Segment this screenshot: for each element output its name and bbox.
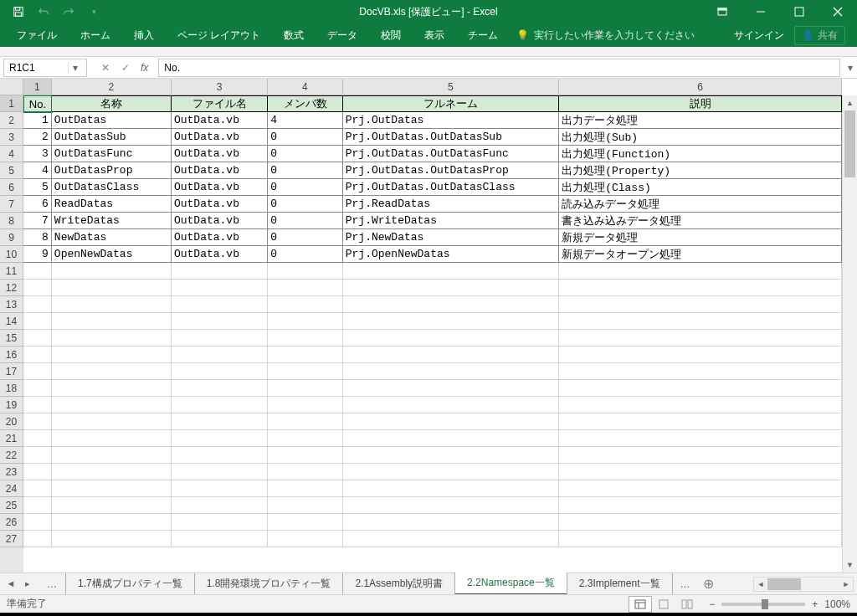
empty-cell[interactable] [559, 531, 842, 547]
column-header[interactable]: 5 [343, 79, 559, 95]
zoom-level[interactable]: 100% [824, 598, 850, 610]
zoom-out-button[interactable]: − [709, 598, 715, 610]
empty-cell[interactable] [559, 263, 842, 280]
empty-cell[interactable] [268, 346, 342, 363]
data-cell[interactable]: 0 [268, 146, 342, 162]
empty-cell[interactable] [52, 464, 172, 480]
name-box[interactable]: R1C1 ▾ [3, 59, 87, 77]
tab-review[interactable]: 校閲 [369, 23, 413, 47]
row-header[interactable]: 15 [0, 330, 23, 346]
empty-cell[interactable] [23, 313, 52, 330]
data-cell[interactable]: 新規データ処理 [559, 229, 842, 246]
empty-cell[interactable] [559, 447, 842, 464]
sheet-tab[interactable]: 1.8開発環境プロパティ一覧 [194, 573, 344, 595]
data-cell[interactable]: 1 [23, 112, 52, 129]
view-page-break-button[interactable] [675, 596, 699, 613]
data-cell[interactable]: 3 [23, 146, 52, 162]
cells-area[interactable]: No.名称ファイル名メンバ数フルネーム説明1OutDatasOutData.vb… [23, 95, 842, 572]
data-cell[interactable]: Prj.OutDatas.OutDatasSub [343, 129, 559, 146]
empty-cell[interactable] [52, 263, 172, 280]
empty-cell[interactable] [23, 296, 52, 313]
empty-cell[interactable] [343, 497, 559, 514]
empty-cell[interactable] [268, 330, 342, 346]
empty-cell[interactable] [343, 514, 559, 531]
tab-page-layout[interactable]: ページ レイアウト [166, 23, 272, 47]
row-header[interactable]: 10 [0, 246, 23, 263]
empty-cell[interactable] [343, 280, 559, 296]
empty-cell[interactable] [52, 363, 172, 380]
row-header[interactable]: 9 [0, 229, 23, 246]
empty-cell[interactable] [172, 263, 268, 280]
empty-cell[interactable] [172, 330, 268, 346]
empty-cell[interactable] [172, 514, 268, 531]
empty-cell[interactable] [172, 296, 268, 313]
empty-cell[interactable] [559, 346, 842, 363]
empty-cell[interactable] [559, 313, 842, 330]
data-cell[interactable]: 8 [23, 229, 52, 246]
data-cell[interactable]: OutData.vb [172, 129, 268, 146]
empty-cell[interactable] [268, 296, 342, 313]
data-cell[interactable]: OpenNewDatas [52, 246, 172, 263]
empty-cell[interactable] [343, 330, 559, 346]
row-header[interactable]: 16 [0, 346, 23, 363]
row-header[interactable]: 5 [0, 162, 23, 179]
enter-formula-icon[interactable]: ✓ [117, 62, 134, 74]
data-cell[interactable]: 9 [23, 246, 52, 263]
empty-cell[interactable] [52, 447, 172, 464]
data-cell[interactable]: 0 [268, 162, 342, 179]
data-cell[interactable]: 0 [268, 246, 342, 263]
empty-cell[interactable] [343, 464, 559, 480]
redo-button[interactable] [57, 2, 80, 22]
data-cell[interactable]: 読み込みデータ処理 [559, 196, 842, 213]
data-cell[interactable]: NewDatas [52, 229, 172, 246]
formula-input[interactable]: No. [158, 59, 840, 77]
select-all-corner[interactable] [0, 79, 23, 95]
sheet-tab[interactable]: 2.2Namespace一覧 [454, 572, 567, 595]
scroll-down-icon[interactable]: ▼ [843, 557, 857, 572]
view-page-layout-button[interactable] [652, 596, 675, 613]
data-cell[interactable]: 5 [23, 179, 52, 196]
data-cell[interactable]: 0 [268, 129, 342, 146]
empty-cell[interactable] [52, 280, 172, 296]
horizontal-scrollbar[interactable]: ◄ ► [753, 577, 854, 592]
empty-cell[interactable] [52, 397, 172, 413]
row-header[interactable]: 13 [0, 296, 23, 313]
save-button[interactable] [7, 2, 30, 22]
empty-cell[interactable] [23, 497, 52, 514]
data-cell[interactable]: 4 [268, 112, 342, 129]
row-header[interactable]: 1 [0, 95, 23, 112]
empty-cell[interactable] [52, 346, 172, 363]
empty-cell[interactable] [343, 263, 559, 280]
data-cell[interactable]: 出力処理(Class) [559, 179, 842, 196]
data-cell[interactable]: Prj.OpenNewDatas [343, 246, 559, 263]
empty-cell[interactable] [23, 464, 52, 480]
row-header[interactable]: 22 [0, 447, 23, 464]
empty-cell[interactable] [343, 531, 559, 547]
data-cell[interactable]: Prj.OutDatas.OutDatasFunc [343, 146, 559, 162]
data-cell[interactable]: 0 [268, 196, 342, 213]
data-cell[interactable]: 書き込み込みデータ処理 [559, 213, 842, 229]
data-cell[interactable]: OutDatasProp [52, 162, 172, 179]
tab-data[interactable]: データ [316, 23, 369, 47]
header-cell[interactable]: 名称 [52, 95, 172, 112]
vertical-scrollbar[interactable]: ▲ ▼ [842, 95, 857, 572]
empty-cell[interactable] [52, 480, 172, 497]
data-cell[interactable]: OutData.vb [172, 112, 268, 129]
data-cell[interactable]: OutData.vb [172, 146, 268, 162]
tell-me-search[interactable]: 💡 実行したい作業を入力してください [516, 28, 695, 43]
data-cell[interactable]: 6 [23, 196, 52, 213]
empty-cell[interactable] [23, 330, 52, 346]
empty-cell[interactable] [343, 397, 559, 413]
empty-cell[interactable] [52, 430, 172, 447]
row-header[interactable]: 19 [0, 397, 23, 413]
row-header[interactable]: 12 [0, 280, 23, 296]
empty-cell[interactable] [23, 380, 52, 397]
empty-cell[interactable] [343, 430, 559, 447]
qat-customize-button[interactable]: ▾ [82, 2, 105, 22]
empty-cell[interactable] [559, 514, 842, 531]
data-cell[interactable]: 0 [268, 229, 342, 246]
empty-cell[interactable] [268, 514, 342, 531]
scroll-right-icon[interactable]: ► [839, 580, 853, 588]
empty-cell[interactable] [268, 464, 342, 480]
maximize-button[interactable] [780, 0, 819, 23]
